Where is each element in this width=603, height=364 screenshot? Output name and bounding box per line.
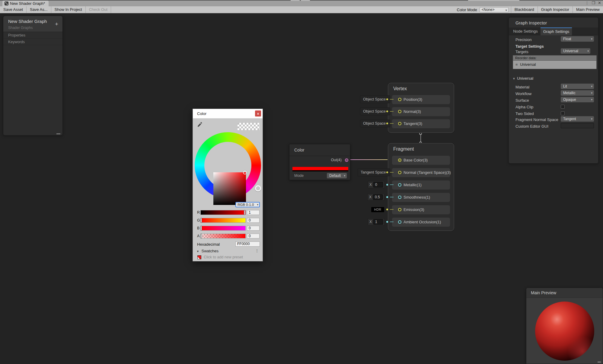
precision-label: Precision (515, 37, 531, 42)
resize-handle[interactable] (598, 362, 601, 362)
close-button[interactable]: x (255, 110, 261, 117)
color-node-out-port[interactable] (345, 158, 348, 162)
base-color-port[interactable] (398, 158, 401, 162)
position-space-pill[interactable]: Object Space (360, 95, 390, 103)
swatch-preset-icon[interactable] (197, 255, 201, 259)
add-preset-hint[interactable]: Click to add new preset (204, 255, 243, 259)
slider-handle[interactable] (201, 218, 202, 223)
fragment-normal-space-dropdown[interactable]: Tangent ▾ (561, 116, 594, 122)
smoothness-value-field[interactable]: 0.5 (373, 194, 383, 200)
eyedropper-icon[interactable] (196, 122, 203, 129)
normal-port[interactable] (398, 110, 401, 113)
color-picker-titlebar[interactable]: Color x (193, 109, 263, 118)
two-sided-checkbox[interactable] (561, 111, 565, 115)
workflow-dropdown[interactable]: Metallic ▾ (561, 90, 594, 96)
chevron-down-icon: ▾ (591, 90, 592, 96)
normal-space-pill[interactable]: Object Space (360, 107, 390, 115)
surface-dropdown[interactable]: Opaque ▾ (561, 97, 594, 102)
alpha-value-field[interactable]: 0 (247, 234, 260, 238)
blackboard-section-keywords[interactable]: Keywords (3, 39, 62, 45)
universal-foldout-label: Universal (517, 76, 533, 81)
rgb-mode-dropdown[interactable]: RGB 0-1.0 ▾ (235, 202, 260, 207)
red-slider[interactable] (200, 210, 246, 215)
smoothness-value-pill[interactable]: X 0.5 (367, 193, 384, 201)
fragment-slot-smoothness[interactable]: Smoothness(1) (392, 193, 450, 202)
pill-port-dot (386, 110, 388, 112)
position-port[interactable] (398, 98, 401, 101)
hue-cursor[interactable] (255, 185, 261, 191)
material-dropdown[interactable]: Lit ▾ (561, 84, 594, 89)
metallic-value-pill[interactable]: X 0 (368, 181, 385, 188)
fragment-slot-ambient-occlusion[interactable]: Ambient Occlusion(1) (392, 218, 450, 227)
swatches-menu-icon[interactable]: ⋮ (255, 248, 259, 253)
swatches-foldout[interactable]: ▼ Swatches (196, 249, 219, 253)
universal-foldout[interactable]: ▼Universal (512, 76, 533, 81)
precision-dropdown[interactable]: Float ▾ (561, 36, 594, 42)
vertex-slot-tangent[interactable]: Tangent(3) (392, 119, 450, 128)
metallic-value-field[interactable]: 0 (373, 182, 383, 187)
divider (289, 156, 350, 156)
hexadecimal-label: Hexadecimal (197, 242, 220, 247)
main-preview-title[interactable]: Main Preview (526, 288, 603, 298)
tab-graph-settings[interactable]: Graph Settings (541, 27, 572, 35)
normal-tangent-space-pill[interactable]: Tangent Space (358, 168, 390, 176)
normal-ts-port[interactable] (398, 171, 401, 174)
ambient-occlusion-value-pill[interactable]: X 1 (368, 218, 385, 225)
slider-handle[interactable] (201, 226, 202, 231)
rgb-mode-value: RGB 0-1.0 (238, 203, 254, 206)
red-value-field[interactable]: 1 (247, 210, 260, 215)
reorder-item-universal[interactable]: = Universal (513, 60, 596, 69)
blue-slider-label: B (197, 226, 199, 230)
vertex-slot-position[interactable]: Position(3) (392, 95, 450, 104)
vertex-slot-normal[interactable]: Normal(3) (392, 107, 450, 116)
material-label: Material (515, 85, 529, 89)
fragment-slot-normal[interactable]: Normal (Tangent Space)(3) (392, 168, 450, 177)
blue-slider[interactable] (200, 226, 246, 231)
ambient-occlusion-port[interactable] (398, 220, 401, 224)
graph-inspector-panel: Graph Inspector Node Settings Graph Sett… (509, 17, 598, 164)
green-slider[interactable] (200, 218, 246, 223)
blackboard-panel: New Shader Graph Shader Graphs + Propert… (3, 16, 63, 136)
pill-edge-dash (390, 111, 394, 112)
saturation-value-square[interactable] (213, 172, 246, 205)
x-label: X (369, 195, 372, 199)
sv-cursor[interactable] (243, 171, 247, 174)
slot-label: Ambient Occlusion(1) (404, 220, 441, 224)
emission-port[interactable] (398, 208, 401, 211)
alpha-slider[interactable] (200, 234, 246, 238)
green-value-field[interactable]: 0 (247, 218, 260, 223)
blackboard-section-properties[interactable]: Properties (3, 32, 62, 39)
drag-handle-icon[interactable]: = (515, 61, 518, 69)
tangent-space-pill[interactable]: Object Space (360, 120, 390, 127)
slider-handle[interactable] (244, 210, 245, 215)
vertex-node[interactable]: Vertex Position(3) Normal(3) Tangent(3) (388, 83, 454, 133)
metallic-port[interactable] (398, 183, 401, 187)
targets-dropdown[interactable]: Universal ▾ (561, 48, 590, 54)
preview-sphere[interactable] (535, 302, 594, 361)
hue-wheel[interactable] (195, 132, 261, 199)
emission-hdr-pill[interactable]: HDR (371, 207, 384, 212)
ambient-occlusion-value-field[interactable]: 1 (373, 219, 383, 225)
slider-handle[interactable] (201, 234, 202, 238)
color-node-swatch[interactable] (292, 167, 348, 170)
fragment-normal-space-label: Fragment Normal Space (515, 117, 558, 122)
hexadecimal-field[interactable]: FF0000 (235, 241, 260, 247)
alpha-clip-checkbox[interactable] (561, 105, 565, 109)
smoothness-port[interactable] (398, 196, 401, 199)
chevron-down-icon: ▾ (587, 48, 589, 54)
alpha-slider-label: A (197, 234, 199, 238)
tab-node-settings[interactable]: Node Settings (510, 27, 541, 35)
color-node[interactable]: Color Out(4) Mode Default ▾ (289, 144, 350, 180)
fragment-node[interactable]: Fragment Base Color(3) Normal (Tangent S… (388, 143, 454, 231)
blue-value-field[interactable]: 0 (247, 226, 260, 231)
custom-editor-gui-field[interactable] (561, 123, 594, 128)
tangent-port[interactable] (398, 122, 401, 125)
resize-handle[interactable] (56, 133, 60, 134)
fragment-slot-metallic[interactable]: Metallic(1) (392, 180, 450, 190)
add-property-button[interactable]: + (55, 21, 58, 27)
edge-color-to-basecolor[interactable] (348, 159, 394, 160)
fragment-slot-emission[interactable]: Emission(3) (392, 205, 450, 214)
color-node-mode-dropdown[interactable]: Default ▾ (327, 173, 347, 178)
fragment-slot-base-color[interactable]: Base Color(3) (392, 156, 450, 165)
slot-label: Emission(3) (404, 207, 424, 212)
